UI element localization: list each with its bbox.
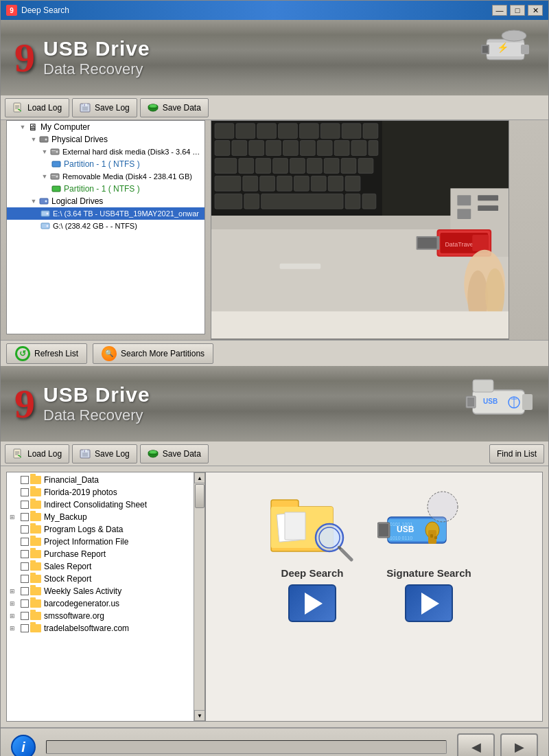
search-more-icon: 🔍 <box>102 346 117 361</box>
checkbox-sms[interactable] <box>21 612 29 620</box>
signature-search-play-button[interactable] <box>405 584 453 622</box>
minimize-button[interactable]: — <box>492 5 507 16</box>
svg-rect-22 <box>51 150 56 151</box>
scrollbar-up-arrow[interactable]: ▲ <box>194 472 205 483</box>
title-bar-left: 9 Deep Search <box>6 5 69 16</box>
save-log-icon-2 <box>80 448 91 459</box>
save-data-svg <box>148 102 159 113</box>
svg-rect-101 <box>473 380 493 392</box>
file-item-projectinfo[interactable]: Project Information File <box>7 536 205 548</box>
folder-icon-sales <box>30 562 41 571</box>
file-name-stock: Stock Report <box>44 574 91 584</box>
svg-point-19 <box>45 139 47 141</box>
checkbox-weekly[interactable] <box>21 587 29 595</box>
header-title-main-2: USB Drive <box>43 383 150 406</box>
checkbox-stock[interactable] <box>21 575 29 583</box>
file-item-indirect[interactable]: Indirect Consolidating Sheet <box>7 499 205 511</box>
svg-text:USB: USB <box>483 398 498 405</box>
file-item-mybackup[interactable]: ⊞ My_Backup <box>7 511 205 523</box>
maximize-button[interactable]: □ <box>510 5 525 16</box>
deep-search-illustration <box>268 486 357 562</box>
checkbox-tradelabel[interactable] <box>21 624 29 632</box>
scrollbar-thumb[interactable] <box>195 484 205 508</box>
save-log-button-1[interactable]: Save Log <box>72 98 137 117</box>
info-button[interactable]: i <box>11 735 36 756</box>
header-title-sub-1: Data Recovery <box>43 60 150 78</box>
checkbox-florida[interactable] <box>21 488 29 496</box>
deep-search-option: Deep Search <box>268 486 357 622</box>
svg-rect-70 <box>345 176 360 191</box>
checkbox-projectinfo[interactable] <box>21 538 29 546</box>
checkbox-indirect[interactable] <box>21 501 29 509</box>
tree-drive-g[interactable]: G:\ (238.42 GB - - NTFS) <box>7 220 205 232</box>
find-in-list-button[interactable]: Find in List <box>489 444 544 463</box>
file-item-financial[interactable]: Financial_Data <box>7 474 205 486</box>
file-item-sales[interactable]: Sales Report <box>7 560 205 573</box>
deep-search-play-button[interactable] <box>288 584 336 622</box>
tree-partition-1[interactable]: Partition - 1 ( NTFS ) <box>7 158 205 170</box>
load-log-button-2[interactable]: Load Log <box>5 444 69 463</box>
file-name-financial: Financial_Data <box>44 475 99 485</box>
folder-icon-programlogs <box>30 525 41 534</box>
close-button[interactable]: ✕ <box>528 5 543 16</box>
file-item-sms[interactable]: ⊞ smssoftware.org <box>7 610 205 622</box>
svg-rect-2 <box>521 45 529 54</box>
svg-point-25 <box>56 176 58 178</box>
svg-rect-37 <box>236 124 255 139</box>
save-log-label-1: Save Log <box>95 103 130 113</box>
checkbox-sales[interactable] <box>21 562 29 571</box>
file-list-panel: Financial_Data Florida-2019 photos <box>6 472 205 722</box>
load-log-label-2: Load Log <box>27 449 62 459</box>
file-item-florida[interactable]: Florida-2019 photos <box>7 486 205 499</box>
scrollbar-down-arrow[interactable]: ▼ <box>194 710 205 721</box>
tree-my-computer[interactable]: ▼ 🖥 My Computer <box>7 121 205 133</box>
file-item-tradelabel[interactable]: ⊞ tradelabelsoftware.com <box>7 622 205 634</box>
refresh-icon: ↺ <box>15 346 30 361</box>
main-window: 9 Deep Search — □ ✕ 9 USB Drive Data Rec… <box>0 0 549 756</box>
scrollbar-track[interactable]: ▲ ▼ <box>194 472 205 721</box>
file-item-purchase[interactable]: Purchase Report <box>7 548 205 560</box>
file-list-scroll[interactable]: Financial_Data Florida-2019 photos <box>7 472 205 721</box>
checkbox-programlogs[interactable] <box>21 525 29 534</box>
file-item-weekly[interactable]: ⊞ Weekly Sales Activity <box>7 585 205 597</box>
removable-icon <box>49 171 60 182</box>
search-options-panel: Deep Search <box>205 472 543 722</box>
svg-rect-43 <box>363 124 378 139</box>
save-data-button-2[interactable]: Save Data <box>140 444 209 463</box>
file-item-stock[interactable]: Stock Report <box>7 573 205 585</box>
svg-rect-74 <box>345 194 360 209</box>
forward-button[interactable]: ▶ <box>500 733 538 756</box>
folder-icon-projectinfo <box>30 538 41 546</box>
tree-external-hdd[interactable]: ▼ External hard disk media (Disk3 - 3.64… <box>7 146 205 158</box>
refresh-list-button[interactable]: ↺ Refresh List <box>6 343 87 364</box>
svg-rect-44 <box>215 141 230 156</box>
save-log-button-2[interactable]: Save Log <box>72 444 137 463</box>
tree-partition-2[interactable]: Partition - 1 ( NTFS ) <box>7 183 205 195</box>
tree-drive-e[interactable]: E:\ (3.64 TB - USB4TB_19MAY2021_onwar <box>7 207 205 220</box>
search-more-label: Search More Partitions <box>121 349 205 358</box>
svg-rect-121 <box>285 512 305 540</box>
tree-removable-media[interactable]: ▼ Removable Media (Disk4 - 238.41 GB) <box>7 170 205 183</box>
save-data-icon-2 <box>148 448 159 459</box>
file-name-sms: smssoftware.org <box>44 611 104 621</box>
drive-g-icon <box>40 220 51 231</box>
svg-rect-65 <box>260 176 275 191</box>
save-data-button-1[interactable]: Save Data <box>140 98 209 117</box>
back-button[interactable]: ◀ <box>457 733 495 756</box>
file-item-programlogs[interactable]: Program Logs & Data <box>7 523 205 536</box>
checkbox-purchase[interactable] <box>21 550 29 558</box>
svg-text:0101 1001: 0101 1001 <box>390 522 412 527</box>
checkbox-financial[interactable] <box>21 476 29 484</box>
bottom-nav: i ◀ ▶ <box>1 727 548 756</box>
file-item-barcode[interactable]: ⊞ barcodegenerator.us <box>7 597 205 610</box>
load-log-button-1[interactable]: Load Log <box>5 98 69 117</box>
checkbox-mybackup[interactable] <box>21 513 29 521</box>
save-data-label-2: Save Data <box>163 449 201 459</box>
tree-physical-drives[interactable]: ▼ Physical Drives <box>7 133 205 146</box>
folder-icon-barcode <box>30 599 41 608</box>
search-more-button[interactable]: 🔍 Search More Partitions <box>93 343 213 364</box>
tree-logical-drives[interactable]: ▼ Logical Drives <box>7 195 205 207</box>
checkbox-barcode[interactable] <box>21 599 29 608</box>
window-title: Deep Search <box>21 5 69 15</box>
svg-rect-50 <box>317 141 332 156</box>
